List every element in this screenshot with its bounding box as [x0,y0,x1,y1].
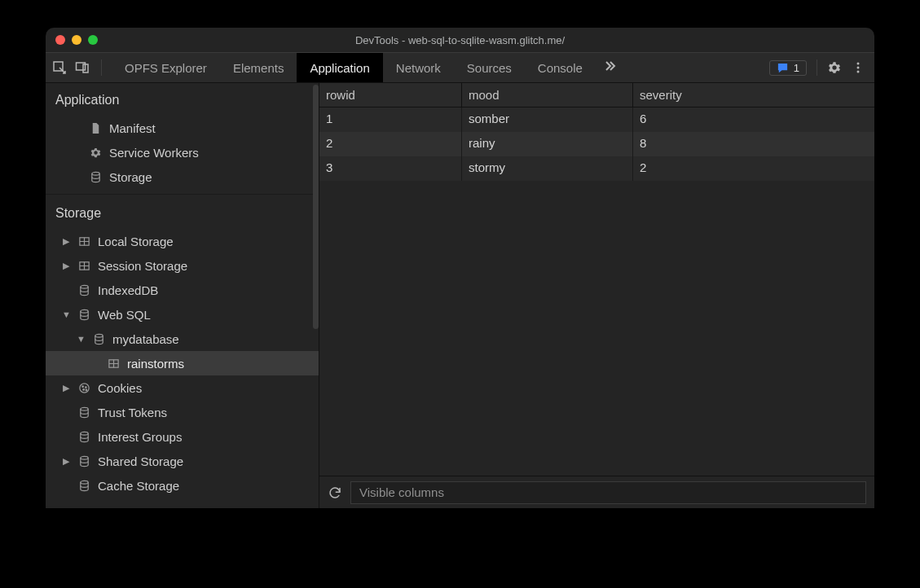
sidebar-item-label: mydatabase [112,332,179,346]
scrollbar-thumb[interactable] [313,85,319,329]
sidebar-item-cookies[interactable]: ▶Cookies [46,375,319,400]
disclosure-arrow-icon[interactable]: ▶ [62,261,70,271]
svg-point-5 [857,71,860,73]
disclosure-arrow-icon[interactable]: ▼ [62,309,70,319]
device-toggle-icon[interactable] [75,60,90,75]
column-header-mood[interactable]: mood [462,83,633,107]
separator [46,194,319,195]
visible-columns-input[interactable] [350,481,866,504]
svg-point-10 [80,309,87,313]
svg-point-3 [857,63,860,65]
sidebar-item-storage[interactable]: Storage [46,165,319,189]
data-table: rowidmoodseverity 1somber62rainy83stormy… [319,83,874,476]
disclosure-arrow-icon[interactable]: ▶ [62,383,70,393]
issues-count: 1 [794,62,799,74]
more-tabs-icon[interactable] [596,53,625,82]
table-cell: rainy [462,132,633,156]
sidebar-item-label: Manifest [109,121,156,135]
svg-point-11 [95,334,102,337]
sidebar-item-local-storage[interactable]: ▶Local Storage [46,229,319,253]
separator [101,59,102,76]
section-storage-title: Storage [46,196,319,229]
db-icon [77,455,91,467]
table-cell: stormy [462,156,633,181]
sidebar-item-manifest[interactable]: Manifest [46,116,319,140]
db-icon [88,171,103,183]
file-icon [88,122,103,134]
db-icon [77,406,91,419]
refresh-icon[interactable] [328,485,342,500]
svg-point-17 [86,389,87,391]
disclosure-arrow-icon[interactable]: ▶ [62,456,70,467]
disclosure-arrow-icon[interactable]: ▶ [62,236,70,247]
tab-sources[interactable]: Sources [454,53,525,82]
table-cell: 6 [633,108,874,132]
tab-elements[interactable]: Elements [220,53,297,82]
table-row[interactable]: 2rainy8 [319,132,874,156]
table-cell: 8 [633,132,874,156]
sidebar-item-label: Local Storage [98,235,174,248]
tab-console[interactable]: Console [525,53,596,82]
main-panel: rowidmoodseverity 1somber62rainy83stormy… [319,83,874,508]
scrollbar[interactable] [312,83,319,508]
sidebar-item-trust-tokens[interactable]: Trust Tokens [46,400,319,424]
db-icon [91,333,106,345]
svg-point-18 [80,407,87,410]
maximize-button[interactable] [88,35,98,45]
kebab-menu-icon[interactable] [852,61,865,74]
column-header-severity[interactable]: severity [633,83,874,107]
svg-point-13 [79,383,88,392]
close-button[interactable] [55,35,65,45]
tab-application[interactable]: Application [297,53,382,82]
table-footer [319,476,874,508]
svg-point-20 [80,456,87,459]
main-toolbar: OPFS ExplorerElementsApplicationNetworkS… [46,52,874,83]
sidebar-item-label: Cache Storage [98,479,179,493]
tab-opfs-explorer[interactable]: OPFS Explorer [112,53,220,82]
sidebar: Application ManifestService WorkersStora… [46,83,319,508]
inspect-icon[interactable] [52,60,67,75]
sidebar-item-interest-groups[interactable]: Interest Groups [46,424,319,449]
sidebar-item-web-sql[interactable]: ▼Web SQL [46,302,319,327]
disclosure-arrow-icon[interactable]: ▼ [77,334,85,344]
sidebar-item-label: Cookies [98,381,142,395]
section-application-title: Application [46,83,319,116]
table-cell: 2 [633,156,874,181]
cookie-icon [77,382,91,394]
svg-point-14 [81,385,83,387]
sidebar-item-mydatabase[interactable]: ▼mydatabase [46,327,319,351]
table-cell: 3 [319,156,462,181]
svg-point-15 [85,386,86,388]
column-header-rowid[interactable]: rowid [319,83,462,107]
titlebar: DevTools - web-sql-to-sqlite-wasm.glitch… [46,28,874,52]
db-icon [77,284,91,296]
sidebar-item-rainstorms[interactable]: rainstorms [46,351,319,375]
grid-icon [77,260,91,272]
window-controls [55,35,98,45]
sidebar-item-cache-storage[interactable]: Cache Storage [46,473,319,498]
tab-network[interactable]: Network [383,53,454,82]
table-row[interactable]: 1somber6 [319,108,874,132]
table-cell: 2 [319,132,462,156]
grid-icon [77,235,91,248]
svg-point-6 [91,172,99,175]
sidebar-item-session-storage[interactable]: ▶Session Storage [46,253,319,278]
db-icon [77,480,91,492]
sidebar-item-label: Shared Storage [98,454,183,468]
sidebar-item-label: Web SQL [98,308,151,322]
separator [817,59,817,76]
gear-icon [88,147,103,159]
svg-point-9 [80,285,87,288]
minimize-button[interactable] [72,35,81,45]
issues-badge[interactable]: 1 [769,60,807,76]
sidebar-item-indexeddb[interactable]: IndexedDB [46,278,319,302]
sidebar-item-shared-storage[interactable]: ▶Shared Storage [46,449,319,473]
panel-tabs: OPFS ExplorerElementsApplicationNetworkS… [112,53,596,82]
sidebar-item-label: Service Workers [109,146,199,160]
table-row[interactable]: 3stormy2 [319,156,874,181]
sidebar-item-label: Session Storage [98,259,187,273]
settings-icon[interactable] [827,60,842,75]
sidebar-item-service-workers[interactable]: Service Workers [46,140,319,165]
svg-point-19 [80,432,87,435]
devtools-window: DevTools - web-sql-to-sqlite-wasm.glitch… [46,28,874,508]
